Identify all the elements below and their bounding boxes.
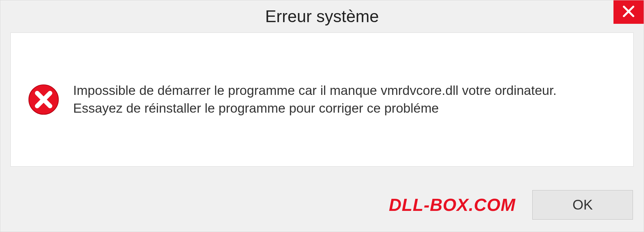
error-message: Impossible de démarrer le programme car … <box>73 82 593 117</box>
dialog-title: Erreur système <box>265 7 379 26</box>
close-icon <box>622 5 635 19</box>
close-button[interactable] <box>613 0 644 24</box>
title-bar: Erreur système <box>0 0 644 33</box>
dialog-footer: DLL-BOX.COM OK <box>0 178 644 232</box>
ok-button[interactable]: OK <box>532 190 633 220</box>
ok-button-label: OK <box>573 197 593 213</box>
error-dialog: Erreur système Impossible de démarrer le… <box>0 0 644 232</box>
dialog-body: Impossible de démarrer le programme car … <box>10 33 634 167</box>
brand-label: DLL-BOX.COM <box>389 195 516 215</box>
error-icon <box>28 83 60 116</box>
